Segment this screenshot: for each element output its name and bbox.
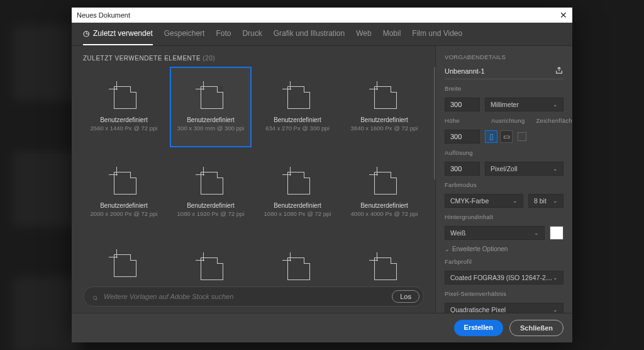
resolution-input[interactable]: 300 xyxy=(445,162,480,176)
preset-dims: 3840 x 1600 Px @ 72 ppi xyxy=(351,125,418,132)
width-input[interactable]: 300 xyxy=(445,98,480,111)
preset-card[interactable]: Benutzerdefiniert 1080 x 1920 Px @ 72 pp… xyxy=(170,152,252,233)
preset-name: Benutzerdefiniert xyxy=(100,202,148,209)
preset-card[interactable]: Benutzerdefiniert 2735 x 3830 Px @ 72,00… xyxy=(83,238,165,281)
unit-select[interactable]: Millimeter⌄ xyxy=(485,98,564,111)
preset-dims: 634 x 270 Px @ 300 ppi xyxy=(265,125,330,132)
dialog-footer: Erstellen Schließen xyxy=(72,313,572,342)
preset-name-row: Unbenannt-1 xyxy=(445,66,564,79)
preset-name: Benutzerdefiniert xyxy=(274,202,321,209)
document-icon xyxy=(110,251,138,278)
dialog-body: ZULETZT VERWENDETE ELEMENTE (20) Benutze… xyxy=(72,46,572,313)
preset-dims: 4000 x 4000 Px @ 72 ppi xyxy=(351,210,418,217)
orientation-portrait[interactable]: ▯ xyxy=(485,130,497,143)
scrollbar[interactable] xyxy=(433,67,435,281)
titlebar: Neues Dokument ✕ xyxy=(72,8,572,23)
orientation-landscape[interactable]: ▭ xyxy=(500,130,513,143)
tab-gespeichert[interactable]: Gespeichert xyxy=(164,29,205,45)
colorprofile-label: Farbprofil xyxy=(445,258,564,265)
document-icon xyxy=(284,168,311,196)
preset-name: Benutzerdefiniert xyxy=(360,202,408,209)
preset-dims: 2560 x 1440 Px @ 72 ppi xyxy=(91,125,158,132)
document-icon xyxy=(370,254,398,281)
colorprofile-select[interactable]: Coated FOGRA39 (ISO 12647-2:2004)⌄ xyxy=(445,271,564,285)
preset-dims: 2000 x 2000 Px @ 72 ppi xyxy=(91,210,158,217)
preset-card[interactable]: Benutzerdefiniert 1080 x 1080 Px @ 72 pp… xyxy=(257,152,338,233)
tab-druck[interactable]: Druck xyxy=(242,29,262,45)
preset-card[interactable]: Benutzerdefiniert 4000 x 4000 Px @ 72 pp… xyxy=(343,152,425,233)
tab-web[interactable]: Web xyxy=(356,29,371,45)
preset-card[interactable]: Benutzerdefiniert 3000 x 3000 Px @ 72 pp… xyxy=(257,238,338,281)
preset-card[interactable]: Benutzerdefiniert 300 x 300 mm @ 300 ppi xyxy=(170,67,252,147)
height-input[interactable]: 300 xyxy=(445,130,480,144)
colormode-select[interactable]: CMYK-Farbe⌄ xyxy=(445,194,523,208)
bitdepth-select[interactable]: 8 bit⌄ xyxy=(528,194,564,208)
background-swatch[interactable] xyxy=(550,226,564,240)
document-icon xyxy=(110,82,138,110)
background-select[interactable]: Weiß⌄ xyxy=(445,226,545,240)
artboards-label: Zeichenflächen xyxy=(536,117,572,124)
pixelaspect-label: Pixel-Seitenverhältnis xyxy=(445,290,564,297)
export-icon[interactable] xyxy=(555,66,564,76)
height-label: Höhe xyxy=(445,117,480,124)
search-go-button[interactable]: Los xyxy=(392,290,419,303)
preset-name: Benutzerdefiniert xyxy=(187,202,235,209)
resolution-label: Auflösung xyxy=(445,149,564,156)
document-icon xyxy=(284,82,311,110)
recent-icon: ◷ xyxy=(83,29,89,38)
tab-foto[interactable]: Foto xyxy=(216,29,231,45)
preset-dims: 300 x 300 mm @ 300 ppi xyxy=(177,125,244,132)
preset-card[interactable]: Benutzerdefiniert 2735 x 3830 Px @ 72 pp… xyxy=(170,238,252,281)
tab-zuletzt-verwendet[interactable]: ◷Zuletzt verwendet xyxy=(83,29,153,45)
tab-grafik-und-illustration[interactable]: Grafik und Illustration xyxy=(274,29,345,45)
document-icon xyxy=(370,168,398,196)
search-input[interactable] xyxy=(104,293,386,300)
preset-card[interactable]: Benutzerdefiniert 2000 x 2000 Px @ 72 pp… xyxy=(83,152,165,233)
document-icon xyxy=(197,254,225,281)
artboards-checkbox[interactable] xyxy=(518,132,526,141)
preset-grid: Benutzerdefiniert 2560 x 1440 Px @ 72 pp… xyxy=(83,67,435,281)
document-icon xyxy=(197,82,225,110)
colormode-label: Farbmodus xyxy=(445,181,564,188)
tab-mobil[interactable]: Mobil xyxy=(383,29,401,45)
document-icon xyxy=(284,254,311,281)
preset-dims: 1080 x 1080 Px @ 72 ppi xyxy=(264,210,331,217)
preset-card[interactable]: Benutzerdefiniert 2560 x 1440 Px @ 72 pp… xyxy=(83,67,165,147)
background-label: Hintergrundinhalt xyxy=(445,213,564,220)
create-button[interactable]: Erstellen xyxy=(454,320,503,336)
preset-name[interactable]: Unbenannt-1 xyxy=(445,67,485,75)
document-icon xyxy=(370,82,398,110)
tab-film-und-video[interactable]: Film und Video xyxy=(412,29,462,45)
details-panel: VORGABENDETAILS Unbenannt-1 Breite 300 M… xyxy=(435,46,572,313)
dialog-title: Neues Dokument xyxy=(77,11,130,19)
preset-card[interactable]: Benutzerdefiniert 634 x 270 Px @ 300 ppi xyxy=(257,67,338,147)
orientation-toggle: ▯ ▭ xyxy=(485,130,513,143)
preset-card[interactable]: Benutzerdefiniert 3840 x 1600 Px @ 72 pp… xyxy=(343,67,425,147)
presets-panel: ZULETZT VERWENDETE ELEMENTE (20) Benutze… xyxy=(72,46,435,313)
pixelaspect-select[interactable]: Quadratische Pixel⌄ xyxy=(445,303,564,313)
close-button[interactable]: Schließen xyxy=(509,320,564,336)
preset-grid-wrap: Benutzerdefiniert 2560 x 1440 Px @ 72 pp… xyxy=(83,67,435,281)
stock-search: ⌕ Los xyxy=(83,286,424,307)
close-icon[interactable]: ✕ xyxy=(560,10,567,20)
new-document-dialog: Neues Dokument ✕ ◷Zuletzt verwendetGespe… xyxy=(72,8,572,342)
category-tabs: ◷Zuletzt verwendetGespeichertFotoDruckGr… xyxy=(72,23,572,46)
advanced-toggle[interactable]: ⌄Erweiterte Optionen xyxy=(445,246,564,252)
preset-name: Benutzerdefiniert xyxy=(360,116,408,123)
preset-dims: 1080 x 1920 Px @ 72 ppi xyxy=(177,210,245,217)
resolution-unit-select[interactable]: Pixel/Zoll⌄ xyxy=(485,162,564,176)
document-icon xyxy=(110,168,138,196)
details-heading: VORGABENDETAILS xyxy=(445,54,564,60)
preset-card[interactable]: Benutzerdefiniert 2048 x 2048 Px @ 72 pp… xyxy=(343,238,425,281)
document-icon xyxy=(197,168,225,196)
search-icon: ⌕ xyxy=(92,292,97,302)
preset-name: Benutzerdefiniert xyxy=(187,116,235,123)
preset-name: Benutzerdefiniert xyxy=(100,116,148,123)
width-label: Breite xyxy=(445,85,564,92)
preset-name: Benutzerdefiniert xyxy=(274,116,321,123)
section-heading: ZULETZT VERWENDETE ELEMENTE (20) xyxy=(83,55,435,62)
orientation-label: Ausrichtung xyxy=(491,117,525,124)
